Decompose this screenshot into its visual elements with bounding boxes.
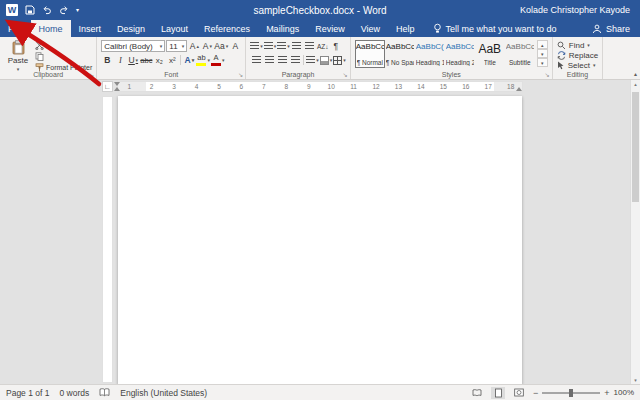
chevron-down-icon: ▾ — [160, 43, 163, 49]
tab-file[interactable]: File — [0, 20, 31, 37]
select-button[interactable]: Select ▾ — [557, 60, 598, 70]
clipboard-dialog-launcher-icon[interactable]: ↘ — [89, 72, 94, 78]
borders-button[interactable]: ▾ — [333, 54, 346, 66]
chevron-down-icon: ▾ — [593, 62, 596, 68]
ribbon-tab[interactable]: Design — [109, 20, 153, 37]
right-indent-marker[interactable] — [516, 87, 522, 91]
subscript-button[interactable]: x₂ — [153, 54, 165, 66]
align-center-button[interactable] — [263, 54, 275, 66]
justify-button[interactable] — [289, 54, 301, 66]
style-card[interactable]: AaB Title — [475, 40, 505, 68]
copy-button[interactable] — [35, 52, 92, 61]
web-layout-button[interactable] — [512, 387, 526, 399]
style-preview: AaBbCcDc — [356, 43, 384, 52]
ribbon-tab[interactable]: Help — [388, 20, 423, 37]
document-page[interactable] — [118, 96, 522, 385]
ribbon-tab[interactable]: Mailings — [258, 20, 307, 37]
read-mode-button[interactable] — [470, 387, 484, 399]
word-count[interactable]: 0 words — [59, 388, 89, 398]
save-icon — [25, 5, 35, 15]
style-card[interactable]: AaBbCcDc ¶ No Spac... — [385, 40, 415, 68]
underline-button[interactable]: U▾ — [127, 54, 139, 66]
styles-scroll-up-button[interactable]: ▴ — [537, 40, 548, 49]
paragraph-dialog-launcher-icon[interactable]: ↘ — [343, 72, 348, 78]
line-spacing-button[interactable]: ▾ — [306, 54, 319, 66]
save-button[interactable] — [25, 5, 35, 15]
scroll-up-icon[interactable]: ▴ — [631, 81, 640, 87]
zoom-slider-thumb[interactable] — [569, 389, 573, 397]
redo-button[interactable] — [59, 5, 69, 15]
undo-button[interactable] — [42, 5, 52, 15]
styles-dialog-launcher-icon[interactable]: ↘ — [545, 72, 550, 78]
align-center-icon — [265, 56, 274, 64]
cut-button[interactable] — [35, 41, 92, 50]
zoom-out-button[interactable]: − — [533, 388, 538, 398]
multilevel-list-button[interactable]: ▾ — [277, 40, 290, 52]
change-case-button[interactable]: Aa▾ — [214, 40, 228, 52]
language-indicator[interactable]: English (United States) — [120, 388, 207, 398]
word-logo-icon[interactable]: W — [6, 4, 18, 16]
font-size-combo[interactable]: 11 ▾ — [166, 40, 187, 52]
first-line-indent-marker[interactable] — [114, 82, 120, 86]
shrink-font-button[interactable]: A▾ — [201, 40, 213, 52]
text-highlight-button[interactable]: ab ▾ — [196, 54, 210, 66]
clear-formatting-button[interactable]: A — [229, 40, 241, 52]
account-name[interactable]: Kolade Christopher Kayode — [520, 5, 640, 15]
ribbon-tab[interactable]: Insert — [71, 20, 110, 37]
ruler-number: 13 — [387, 82, 409, 91]
proofing-status[interactable] — [99, 388, 110, 397]
align-right-button[interactable] — [276, 54, 288, 66]
ribbon-tab[interactable]: References — [196, 20, 258, 37]
zoom-in-button[interactable]: + — [604, 388, 609, 398]
tab-stop-selector[interactable]: ∟ — [102, 81, 113, 92]
ribbon-tab[interactable]: Review — [307, 20, 353, 37]
font-dialog-launcher-icon[interactable]: ↘ — [238, 72, 243, 78]
find-button[interactable]: Find ▾ — [557, 40, 598, 50]
sort-button[interactable]: AZ↓ — [317, 40, 329, 52]
style-card[interactable]: AaBbCcDc ¶ Normal — [355, 40, 385, 68]
decrease-indent-button[interactable] — [291, 40, 303, 52]
strikethrough-button[interactable]: abc — [140, 54, 152, 66]
align-left-button[interactable] — [250, 54, 262, 66]
scroll-down-icon[interactable]: ▾ — [631, 377, 640, 383]
ruler-number: 12 — [365, 82, 387, 91]
text-effects-button[interactable]: A▾ — [183, 54, 195, 66]
grow-font-button[interactable]: A▴ — [188, 40, 200, 52]
shading-button[interactable]: ▾ — [320, 54, 333, 66]
bold-button[interactable]: B — [101, 54, 113, 66]
increase-indent-button[interactable] — [304, 40, 316, 52]
italic-button[interactable]: I — [114, 54, 126, 66]
styles-scroll-down-button[interactable]: ▾ — [537, 49, 548, 58]
zoom-slider[interactable] — [542, 392, 600, 394]
ribbon-tab[interactable]: Layout — [153, 20, 196, 37]
share-button[interactable]: Share — [592, 20, 640, 37]
ribbon-tab[interactable]: View — [353, 20, 388, 37]
replace-button[interactable]: Replace — [557, 50, 598, 60]
lightbulb-icon — [433, 23, 442, 34]
collapse-ribbon-button[interactable]: ▴ — [634, 70, 637, 77]
style-card[interactable]: AaBbCcE Heading 2 — [445, 40, 475, 68]
print-layout-button[interactable] — [491, 387, 505, 399]
left-indent-marker[interactable] — [114, 87, 120, 91]
page-indicator[interactable]: Page 1 of 1 — [6, 388, 49, 398]
style-card[interactable]: AaBbCcL Subtitle — [505, 40, 535, 68]
ribbon-tab[interactable]: Home — [31, 20, 71, 37]
styles-more-button[interactable]: ▾ — [537, 58, 548, 67]
paste-button[interactable]: Paste ▾ — [4, 40, 32, 72]
numbered-list-icon — [264, 42, 273, 50]
show-formatting-button[interactable]: ¶ — [330, 40, 342, 52]
bullets-button[interactable]: ▾ — [250, 40, 263, 52]
font-color-button[interactable]: A ▾ — [211, 54, 225, 66]
chevron-down-icon: ▾ — [274, 43, 277, 49]
superscript-button[interactable]: x² — [166, 54, 178, 66]
share-label: Share — [606, 24, 630, 34]
scrollbar-thumb[interactable] — [632, 92, 639, 202]
tell-me-box[interactable]: Tell me what you want to do — [433, 20, 557, 37]
web-layout-icon — [514, 388, 524, 397]
numbering-button[interactable]: ▾ — [264, 40, 277, 52]
vertical-scrollbar[interactable]: ▴ ▾ — [630, 80, 640, 384]
style-card[interactable]: AaBbC( Heading 1 — [415, 40, 445, 68]
font-family-combo[interactable]: Calibri (Body) ▾ — [101, 40, 165, 52]
qat-customize-icon[interactable]: ▾ — [76, 7, 79, 13]
zoom-percentage[interactable]: 100% — [614, 388, 634, 397]
